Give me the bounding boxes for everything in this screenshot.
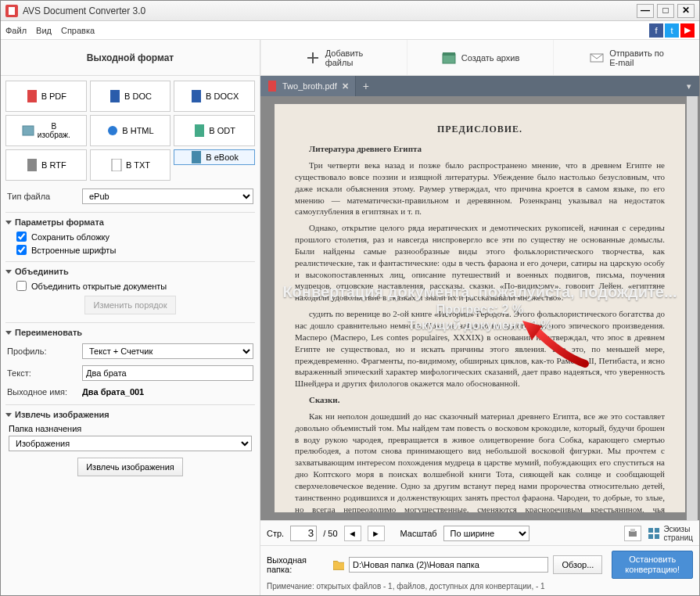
add-files-button[interactable]: Добавить файлы: [260, 40, 407, 75]
menu-file[interactable]: Файл: [5, 26, 27, 35]
image-icon: [22, 124, 34, 137]
menu-help[interactable]: Справка: [61, 26, 95, 35]
minimize-button[interactable]: —: [637, 4, 654, 18]
svg-rect-1: [9, 7, 15, 15]
section-rename[interactable]: Переименовать: [5, 328, 255, 337]
page-current-input[interactable]: [290, 526, 317, 541]
add-tab-button[interactable]: +: [356, 76, 376, 96]
pdf-tab-icon: [267, 81, 278, 92]
svg-rect-7: [192, 90, 201, 102]
svg-rect-14: [268, 81, 276, 92]
twitter-icon[interactable]: t: [665, 23, 679, 38]
format-ebook[interactable]: В eBook: [174, 149, 255, 165]
format-pdf[interactable]: В PDF: [5, 81, 87, 112]
page-prev-button[interactable]: ◄: [344, 526, 361, 541]
embed-fonts-label: Встроенные шрифты: [31, 246, 116, 255]
svg-rect-20: [655, 534, 659, 539]
page-label: Стр.: [267, 529, 284, 538]
svg-rect-19: [648, 534, 653, 539]
svg-rect-8: [23, 126, 34, 135]
html-icon: [106, 124, 119, 137]
output-folder-input[interactable]: [349, 557, 548, 573]
tab-close-icon[interactable]: ✕: [342, 81, 349, 92]
document-preview: ПРЕДИСЛОВИЕ. Литература древнего Египта …: [275, 104, 685, 512]
merge-open-label: Объединить открытые документы: [31, 282, 167, 291]
preview-scrollbar[interactable]: [687, 96, 698, 520]
archive-icon: [441, 50, 457, 66]
svg-rect-13: [192, 151, 201, 163]
text-label: Текст:: [7, 368, 77, 378]
format-docx[interactable]: В DOCX: [174, 81, 255, 112]
zoom-label: Масштаб: [400, 529, 437, 538]
browse-button[interactable]: Обзор...: [553, 555, 602, 574]
facebook-icon[interactable]: f: [649, 23, 663, 38]
svg-rect-18: [655, 528, 659, 533]
svg-rect-12: [112, 159, 121, 171]
output-folder-label: Выходная папка:: [267, 555, 328, 574]
filetype-select[interactable]: ePub: [82, 188, 253, 204]
extract-images-button[interactable]: Извлечь изображения: [77, 458, 183, 476]
doc-pretitle: ПРЕДИСЛОВИЕ.: [295, 123, 665, 135]
svg-point-9: [108, 126, 117, 135]
section-params[interactable]: Параметры формата: [5, 217, 255, 227]
merge-open-checkbox[interactable]: [16, 281, 27, 291]
page-total: / 50: [323, 529, 337, 538]
svg-rect-10: [195, 124, 204, 137]
txt-icon: [110, 159, 123, 171]
section-merge[interactable]: Объединить: [5, 267, 255, 276]
text-input[interactable]: [82, 365, 253, 381]
close-button[interactable]: ✕: [677, 4, 695, 18]
svg-rect-15: [629, 531, 637, 537]
docx-icon: [190, 90, 203, 102]
format-image[interactable]: В изображ.: [5, 115, 87, 146]
filetype-label: Тип файла: [7, 192, 77, 201]
format-txt[interactable]: В TXT: [90, 149, 171, 181]
thumbnails-button[interactable]: Эскизы страниц: [648, 525, 693, 542]
format-rtf[interactable]: В RTF: [5, 149, 87, 181]
embed-fonts-checkbox[interactable]: [16, 245, 27, 255]
print-button[interactable]: [624, 526, 641, 541]
svg-rect-11: [27, 159, 37, 171]
tab-label: Two_broth.pdf: [282, 81, 337, 91]
youtube-icon[interactable]: ▶: [680, 23, 695, 38]
stop-conversion-button[interactable]: Остановить конвертацию!: [612, 551, 693, 579]
profile-label: Профиль:: [7, 346, 77, 356]
menu-view[interactable]: Вид: [36, 26, 52, 35]
reorder-button: Изменить порядок: [84, 296, 175, 314]
output-format-header: Выходной формат: [1, 40, 260, 75]
odt-icon: [193, 124, 206, 137]
format-odt[interactable]: В ODT: [174, 115, 255, 146]
rtf-icon: [26, 159, 38, 171]
folder-icon: [333, 559, 345, 570]
zoom-select[interactable]: По ширине: [443, 526, 529, 541]
dest-folder-select[interactable]: Изображения: [9, 436, 252, 451]
svg-rect-16: [630, 529, 635, 532]
svg-rect-5: [27, 90, 37, 102]
dest-label: Папка назначения: [9, 424, 252, 433]
section-extract[interactable]: Извлечь изображения: [5, 410, 255, 419]
doc-icon: [109, 90, 121, 102]
plus-icon: [305, 50, 321, 66]
outname-value: Два брата_001: [82, 387, 144, 397]
svg-rect-6: [110, 90, 120, 102]
window-title: AVS Document Converter 3.0: [23, 5, 637, 16]
send-email-button[interactable]: Отправить по E-mail: [553, 40, 699, 75]
chevron-down-icon: [5, 221, 12, 224]
profile-select[interactable]: Текст + Счетчик: [82, 343, 253, 359]
format-doc[interactable]: В DOC: [90, 81, 171, 112]
format-html[interactable]: В HTML: [90, 115, 171, 146]
tab-menu-button[interactable]: ▾: [679, 76, 699, 96]
svg-rect-3: [443, 52, 455, 56]
thumbnails-icon: [648, 527, 660, 540]
create-archive-button[interactable]: Создать архив: [407, 40, 553, 75]
maximize-button[interactable]: □: [657, 4, 674, 18]
keep-cover-checkbox[interactable]: [16, 232, 27, 242]
document-tab[interactable]: Two_broth.pdf ✕: [260, 76, 356, 96]
page-next-button[interactable]: ►: [368, 526, 385, 541]
chevron-down-icon: [5, 270, 12, 274]
svg-rect-17: [648, 528, 653, 533]
keep-cover-label: Сохранить обложку: [31, 232, 109, 242]
pdf-icon: [26, 90, 38, 102]
footer-note: Примечание: открытых файлов - 1, файлов,…: [267, 582, 693, 591]
chevron-down-icon: [5, 413, 12, 417]
